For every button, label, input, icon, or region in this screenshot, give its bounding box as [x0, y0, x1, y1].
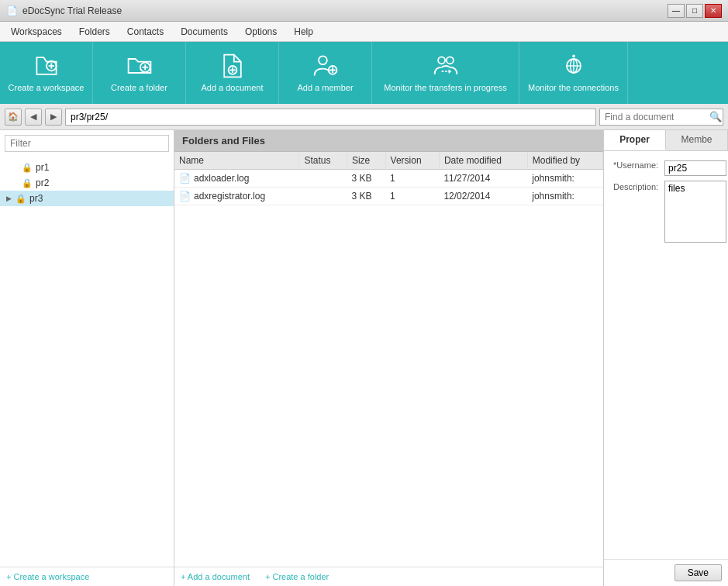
maximize-button[interactable]: □ — [686, 4, 703, 18]
svg-point-14 — [446, 57, 453, 64]
folders-header: Folders and Files — [174, 130, 603, 152]
back-button[interactable]: ◀ — [25, 109, 42, 126]
tree-arrow-pr3: ▶ — [6, 195, 12, 202]
close-button[interactable]: ✕ — [705, 4, 722, 18]
monitor-connections-icon — [560, 52, 588, 80]
title-bar-controls: — □ ✕ — [668, 4, 722, 18]
toolbar-monitor-connections[interactable]: Monitor the connections — [519, 42, 628, 104]
sidebar: 🔒 pr1 🔒 pr2 ▶ 🔒 pr3 + Create a workspace — [0, 130, 174, 586]
menu-documents[interactable]: Documents — [173, 24, 236, 40]
create-workspace-footer[interactable]: + Create a workspace — [0, 567, 174, 586]
col-name[interactable]: Name — [174, 152, 299, 170]
lock-icon-pr1: 🔒 — [22, 163, 33, 173]
tab-properties[interactable]: Proper — [604, 130, 666, 150]
cell-version: 1 — [385, 170, 439, 188]
menu-bar: Workspaces Folders Contacts Documents Op… — [0, 22, 728, 42]
cell-date: 12/02/2014 — [439, 188, 527, 205]
toolbar-monitor-transfers-label: Monitor the transfers in progress — [384, 83, 506, 93]
tree-label-pr2: pr2 — [36, 178, 49, 188]
username-input[interactable] — [664, 160, 726, 176]
create-workspace-footer-label: + Create a workspace — [6, 572, 89, 581]
search-button[interactable]: 🔍 — [709, 111, 722, 122]
minimize-button[interactable]: — — [668, 4, 685, 18]
tree-label-pr1: pr1 — [36, 162, 49, 173]
right-panel: Proper Membe *Username: Description: Sav… — [604, 130, 728, 586]
center-footer: + Add a document + Create a folder — [174, 567, 603, 586]
menu-workspaces[interactable]: Workspaces — [3, 24, 70, 40]
properties-table: *Username: Description: — [610, 157, 728, 247]
file-table-body: 📄adxloader.log 3 KB 1 11/27/2014 johnsmi… — [174, 170, 603, 205]
tree-label-pr3: pr3 — [29, 193, 43, 204]
lock-icon-pr3: 🔒 — [16, 194, 26, 204]
tab-members[interactable]: Membe — [666, 130, 728, 150]
cell-modified-by: johnsmith: — [527, 188, 602, 205]
table-row[interactable]: 📄adxregistrator.log 3 KB 1 12/02/2014 jo… — [174, 188, 603, 205]
username-label: *Username: — [612, 159, 661, 178]
toolbar-add-document-label: Add a document — [201, 83, 263, 93]
toolbar-monitor-connections-label: Monitor the connections — [528, 83, 619, 93]
cell-name: 📄adxregistrator.log — [174, 188, 299, 205]
create-folder-icon — [126, 52, 154, 80]
center-area: Folders and Files Name Status Size Versi… — [174, 130, 604, 586]
filter-input[interactable] — [5, 135, 169, 152]
create-workspace-icon — [33, 52, 60, 80]
file-icon: 📄 — [179, 173, 191, 184]
menu-folders[interactable]: Folders — [71, 24, 118, 40]
forward-button[interactable]: ▶ — [45, 109, 62, 126]
toolbar-create-folder[interactable]: Create a folder — [93, 42, 186, 104]
right-content: *Username: Description: — [604, 151, 728, 559]
svg-point-13 — [438, 57, 445, 64]
file-table: Name Status Size Version Date modified M… — [174, 152, 603, 205]
folders-header-label: Folders and Files — [182, 135, 265, 146]
title-bar-left: 📄 eDocSync Trial Release — [6, 5, 122, 16]
cell-modified-by: johnsmith: — [527, 170, 602, 188]
toolbar-add-member-label: Add a member — [297, 83, 353, 93]
toolbar: Create a workspace Create a folder Add a… — [0, 42, 728, 104]
col-date[interactable]: Date modified — [439, 152, 527, 170]
address-bar: 🏠 ◀ ▶ 🔍 — [0, 104, 728, 130]
tree-item-pr3[interactable]: ▶ 🔒 pr3 — [0, 191, 174, 206]
menu-contacts[interactable]: Contacts — [119, 24, 171, 40]
save-button[interactable]: Save — [675, 564, 722, 581]
col-modified-by[interactable]: Modified by — [527, 152, 602, 170]
description-label: Description: — [612, 179, 661, 246]
add-document-footer[interactable]: + Add a document — [181, 572, 250, 581]
right-footer: Save — [604, 559, 728, 586]
svg-point-9 — [319, 57, 327, 65]
file-icon: 📄 — [179, 191, 191, 202]
title-bar: 📄 eDocSync Trial Release — □ ✕ — [0, 0, 728, 22]
toolbar-add-document[interactable]: Add a document — [186, 42, 279, 104]
cell-size: 3 KB — [347, 188, 385, 205]
app-title: eDocSync Trial Release — [22, 5, 122, 16]
toolbar-add-member[interactable]: Add a member — [279, 42, 372, 104]
toolbar-monitor-transfers[interactable]: Monitor the transfers in progress — [372, 42, 519, 104]
col-status[interactable]: Status — [299, 152, 347, 170]
menu-options[interactable]: Options — [237, 24, 285, 40]
cell-name: 📄adxloader.log — [174, 170, 299, 188]
cell-date: 11/27/2014 — [439, 170, 527, 188]
monitor-transfers-icon — [432, 52, 460, 80]
home-button[interactable]: 🏠 — [5, 109, 22, 126]
tree-item-pr2[interactable]: 🔒 pr2 — [0, 175, 174, 191]
menu-help[interactable]: Help — [286, 24, 321, 40]
create-folder-footer[interactable]: + Create a folder — [265, 572, 329, 581]
main-area: 🔒 pr1 🔒 pr2 ▶ 🔒 pr3 + Create a workspace… — [0, 130, 728, 586]
add-document-icon — [219, 52, 247, 80]
svg-point-21 — [572, 55, 575, 58]
cell-status — [299, 188, 347, 205]
col-version[interactable]: Version — [385, 152, 439, 170]
app-icon: 📄 — [6, 5, 18, 16]
cell-status — [299, 170, 347, 188]
lock-icon-pr2: 🔒 — [22, 178, 33, 188]
toolbar-create-workspace[interactable]: Create a workspace — [0, 42, 93, 104]
search-input[interactable] — [599, 109, 723, 126]
description-input[interactable] — [664, 181, 726, 243]
toolbar-create-workspace-label: Create a workspace — [9, 83, 85, 93]
table-row[interactable]: 📄adxloader.log 3 KB 1 11/27/2014 johnsmi… — [174, 170, 603, 188]
toolbar-create-folder-label: Create a folder — [111, 83, 167, 93]
tree-item-pr1[interactable]: 🔒 pr1 — [0, 160, 174, 175]
address-input[interactable] — [65, 109, 596, 126]
tree-area: 🔒 pr1 🔒 pr2 ▶ 🔒 pr3 — [0, 157, 174, 567]
cell-size: 3 KB — [347, 170, 385, 188]
col-size[interactable]: Size — [347, 152, 385, 170]
